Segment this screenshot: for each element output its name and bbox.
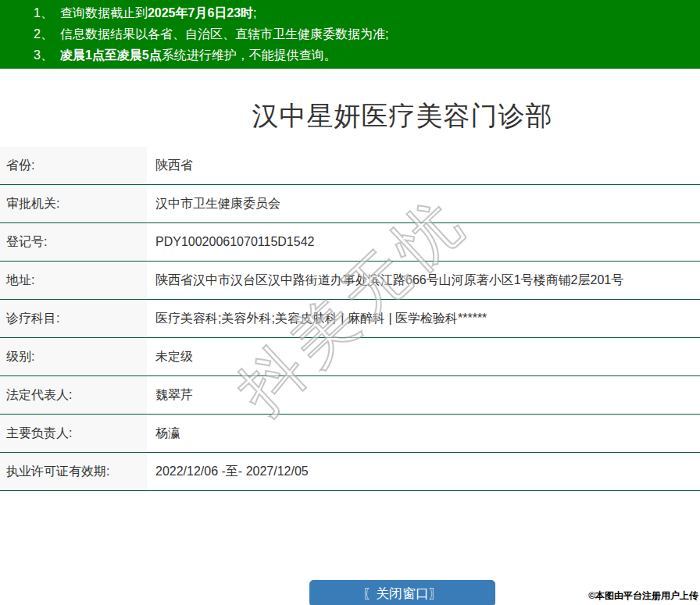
row-value: 陕西省汉中市汉台区汉中路街道办事处滨江路666号山河原著小区1号楼商铺2层201… — [147, 272, 623, 289]
row-label: 地址: — [0, 262, 147, 299]
info-table: 省份: 陕西省 审批机关: 汉中市卫生健康委员会 登记号: PDY1002006… — [0, 147, 700, 491]
row-value: 汉中市卫生健康委员会 — [147, 196, 280, 212]
table-row: 审批机关: 汉中市卫生健康委员会 — [0, 185, 700, 223]
notice-text: 信息数据结果以各省、自治区、直辖市卫生健康委数据为准; — [60, 27, 388, 41]
footer-credit: ©本图由平台注册用户上传 — [588, 589, 698, 603]
notice-number: 1、 — [34, 6, 53, 20]
row-label: 登记号: — [0, 223, 147, 261]
row-value: 医疗美容科;美容外科;美容皮肤科 | 麻醉科 | 医学检验科****** — [147, 311, 487, 327]
row-label: 主要负责人: — [0, 415, 147, 452]
notice-line: 3、凌晨1点至凌晨5点系统进行维护，不能提供查询。 — [34, 44, 700, 66]
page: 1、查询数据截止到2025年7月6日23时; 2、信息数据结果以各省、自治区、直… — [0, 0, 700, 605]
row-value: 杨瀛 — [147, 425, 180, 442]
content-area: 1、查询数据截止到2025年7月6日23时; 2、信息数据结果以各省、自治区、直… — [0, 0, 700, 605]
table-row: 地址: 陕西省汉中市汉台区汉中路街道办事处滨江路666号山河原著小区1号楼商铺2… — [0, 262, 700, 300]
row-value: 2022/12/06 -至- 2027/12/05 — [147, 464, 309, 480]
notice-line: 2、信息数据结果以各省、自治区、直辖市卫生健康委数据为准; — [34, 23, 700, 44]
notice-text-tail: ; — [253, 6, 256, 20]
table-row: 级别: 未定级 — [0, 338, 700, 376]
notice-text-tail: 系统进行维护，不能提供查询。 — [162, 48, 337, 62]
row-label: 诊疗科目: — [0, 300, 147, 337]
notice-text: 查询数据截止到 — [60, 6, 148, 20]
notice-text-bold: 凌晨1点至凌晨5点 — [60, 48, 162, 62]
row-label: 级别: — [0, 338, 147, 375]
close-window-button[interactable]: 〖关闭窗口〗 — [309, 580, 495, 605]
notice-text-bold: 2025年7月6日23时 — [148, 6, 253, 20]
table-row: 执业许可证有效期: 2022/12/06 -至- 2027/12/05 — [0, 453, 700, 491]
page-title: 汉中星妍医疗美容门诊部 — [0, 98, 700, 134]
row-value: 未定级 — [147, 349, 193, 365]
notice-banner: 1、查询数据截止到2025年7月6日23时; 2、信息数据结果以各省、自治区、直… — [0, 0, 700, 69]
row-label: 审批机关: — [0, 185, 147, 222]
table-row: 法定代表人: 魏翠芹 — [0, 376, 700, 415]
table-row: 登记号: PDY10020061070115D1542 — [0, 223, 700, 262]
row-label: 执业许可证有效期: — [0, 453, 147, 490]
table-row: 主要负责人: 杨瀛 — [0, 415, 700, 453]
row-label: 法定代表人: — [0, 376, 147, 414]
notice-number: 3、 — [34, 48, 53, 62]
row-value: 陕西省 — [147, 158, 193, 174]
table-row: 诊疗科目: 医疗美容科;美容外科;美容皮肤科 | 麻醉科 | 医学检验科****… — [0, 300, 700, 338]
row-label: 省份: — [0, 147, 147, 184]
row-value: 魏翠芹 — [147, 387, 193, 404]
notice-line: 1、查询数据截止到2025年7月6日23时; — [34, 2, 700, 23]
notice-number: 2、 — [34, 27, 53, 41]
row-value: PDY10020061070115D1542 — [147, 235, 314, 249]
table-row: 省份: 陕西省 — [0, 147, 700, 185]
